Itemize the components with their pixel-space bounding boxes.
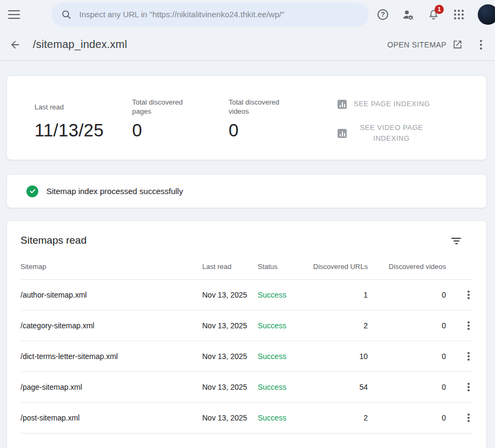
discovered-pages-value: 0 bbox=[132, 120, 229, 141]
cell-sitemap: /dict-terms-letter-sitemap.xml bbox=[20, 352, 202, 361]
avatar[interactable] bbox=[478, 4, 495, 25]
see-video-indexing-label: SEE VIDEO PAGE INDEXING bbox=[354, 122, 429, 144]
cell-discovered-urls: 2 bbox=[312, 413, 368, 422]
row-more-menu[interactable] bbox=[464, 413, 473, 423]
search-input[interactable] bbox=[79, 10, 359, 19]
see-page-indexing-label: SEE PAGE INDEXING bbox=[354, 99, 430, 109]
sitemaps-read-card: Sitemaps read Sitemap Last read Status D… bbox=[6, 220, 487, 448]
sitemap-summary-card: Last read 11/13/25 Total discovered page… bbox=[6, 75, 487, 160]
cell-discovered-videos: 0 bbox=[368, 321, 446, 330]
help-button[interactable]: ? bbox=[376, 8, 389, 21]
bar-chart-icon bbox=[338, 129, 347, 138]
col-header-sitemap[interactable]: Sitemap bbox=[20, 263, 202, 271]
manage-accounts-icon bbox=[402, 8, 415, 21]
cell-discovered-videos: 0 bbox=[368, 383, 446, 391]
row-more-menu[interactable] bbox=[464, 321, 473, 330]
row-more-menu[interactable] bbox=[464, 290, 473, 300]
discovered-videos-label: Total discovered videos bbox=[229, 97, 338, 117]
indexing-links: SEE PAGE INDEXING SEE VIDEO PAGE INDEXIN… bbox=[338, 97, 430, 160]
cell-status: Success bbox=[258, 352, 312, 361]
cell-sitemap: /author-sitemap.xml bbox=[20, 291, 202, 299]
status-banner-message: Sitemap index processed successfully bbox=[46, 187, 183, 196]
cell-discovered-urls: 1 bbox=[312, 291, 368, 299]
cell-status: Success bbox=[258, 383, 312, 391]
back-arrow-icon bbox=[9, 39, 21, 51]
table-row[interactable]: /page-sitemap.xml Nov 13, 2025 Success 5… bbox=[20, 372, 473, 403]
col-header-discovered-videos[interactable]: Discovered videos bbox=[368, 263, 446, 271]
cell-status: Success bbox=[258, 291, 312, 299]
open-in-new-icon bbox=[452, 39, 463, 50]
url-inspection-search[interactable] bbox=[51, 3, 369, 26]
table-header-row: Sitemap Last read Status Discovered URLs… bbox=[20, 246, 473, 280]
help-icon: ? bbox=[377, 9, 388, 20]
header-more-menu[interactable] bbox=[476, 39, 486, 50]
discovered-videos-metric: Total discovered videos 0 bbox=[229, 97, 338, 160]
notification-badge: 1 bbox=[435, 5, 444, 14]
notifications-button[interactable]: 1 bbox=[427, 8, 440, 21]
apps-grid-icon bbox=[454, 10, 464, 19]
cell-last-read: Nov 13, 2025 bbox=[202, 291, 258, 299]
top-app-bar: ? 1 bbox=[0, 0, 495, 29]
table-row[interactable]: /author-sitemap.xml Nov 13, 2025 Success… bbox=[20, 280, 473, 311]
topbar-actions: ? 1 bbox=[376, 4, 495, 25]
back-button[interactable] bbox=[9, 38, 22, 51]
cell-discovered-urls: 54 bbox=[312, 383, 368, 391]
col-header-discovered-urls[interactable]: Discovered URLs bbox=[312, 263, 368, 271]
discovered-videos-value: 0 bbox=[229, 120, 338, 141]
apps-launcher-button[interactable] bbox=[452, 8, 465, 21]
cell-status: Success bbox=[258, 413, 312, 422]
col-header-last-read[interactable]: Last read bbox=[202, 263, 258, 271]
see-video-indexing-button[interactable]: SEE VIDEO PAGE INDEXING bbox=[338, 122, 430, 144]
last-read-label: Last read bbox=[35, 97, 132, 117]
col-header-status[interactable]: Status bbox=[258, 263, 312, 271]
table-row[interactable]: /post-sitemap.xml Nov 13, 2025 Success 2… bbox=[20, 403, 473, 433]
menu-icon[interactable] bbox=[8, 10, 20, 19]
cell-sitemap: /category-sitemap.xml bbox=[20, 321, 202, 330]
cell-last-read: Nov 13, 2025 bbox=[202, 383, 258, 391]
cell-discovered-urls: 2 bbox=[312, 321, 368, 330]
status-banner: Sitemap index processed successfully bbox=[6, 174, 487, 208]
last-read-metric: Last read 11/13/25 bbox=[35, 97, 132, 160]
cell-discovered-urls: 10 bbox=[312, 352, 368, 361]
cell-discovered-videos: 0 bbox=[368, 413, 446, 422]
cell-discovered-videos: 0 bbox=[368, 291, 446, 299]
cell-status: Success bbox=[258, 321, 312, 330]
cell-last-read: Nov 13, 2025 bbox=[202, 321, 258, 330]
page-title: /sitemap_index.xml bbox=[33, 38, 127, 51]
success-check-icon bbox=[26, 185, 38, 197]
discovered-pages-metric: Total discovered pages 0 bbox=[132, 97, 229, 160]
cell-sitemap: /page-sitemap.xml bbox=[20, 383, 202, 391]
open-sitemap-label: OPEN SITEMAP bbox=[387, 40, 446, 49]
see-page-indexing-button[interactable]: SEE PAGE INDEXING bbox=[338, 99, 430, 109]
bar-chart-icon bbox=[338, 100, 347, 109]
cell-discovered-videos: 0 bbox=[368, 352, 446, 361]
open-sitemap-button[interactable]: OPEN SITEMAP bbox=[387, 39, 463, 50]
search-icon bbox=[61, 9, 72, 20]
last-read-value: 11/13/25 bbox=[35, 120, 132, 141]
row-more-menu[interactable] bbox=[464, 351, 473, 361]
sitemap-detail-header: /sitemap_index.xml OPEN SITEMAP bbox=[0, 29, 495, 61]
row-more-menu[interactable] bbox=[464, 382, 473, 392]
cell-last-read: Nov 13, 2025 bbox=[202, 352, 258, 361]
account-settings-button[interactable] bbox=[402, 8, 415, 21]
cell-last-read: Nov 13, 2025 bbox=[202, 413, 258, 422]
sitemaps-read-title: Sitemaps read bbox=[7, 221, 486, 246]
table-row[interactable]: /category-sitemap.xml Nov 13, 2025 Succe… bbox=[20, 311, 473, 341]
table-row[interactable]: /dict-terms-letter-sitemap.xml Nov 13, 2… bbox=[20, 341, 473, 372]
filter-icon[interactable] bbox=[451, 238, 461, 245]
cell-sitemap: /post-sitemap.xml bbox=[20, 413, 202, 422]
discovered-pages-label: Total discovered pages bbox=[132, 97, 229, 117]
